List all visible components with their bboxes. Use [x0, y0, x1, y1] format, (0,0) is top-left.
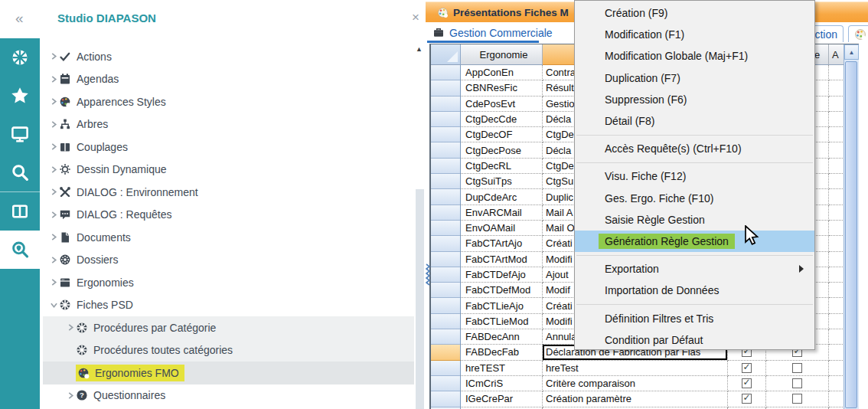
sidebar-item-actions[interactable]: Actions: [43, 45, 415, 68]
menu-item-duplication-f7[interactable]: Duplication (F7): [575, 67, 814, 89]
row-selector[interactable]: [431, 267, 461, 283]
chevron-right-icon[interactable]: [65, 324, 76, 331]
cell-designation[interactable]: Critère comparaison: [543, 376, 728, 391]
row-selector[interactable]: [431, 65, 461, 80]
sidebar-item-dessin-dynamique[interactable]: Dessin Dynamique: [43, 159, 415, 182]
cell-ergonomie[interactable]: DupCdeArc: [461, 189, 543, 204]
scroll-up-icon[interactable]: ▲: [844, 44, 859, 60]
cell-ergonomie[interactable]: IGeCrePar: [461, 391, 543, 407]
row-selector[interactable]: [431, 314, 461, 329]
tree-scrollbar[interactable]: ▲: [414, 42, 426, 409]
cell-check2[interactable]: [766, 376, 829, 391]
chevron-right-icon[interactable]: [48, 279, 59, 286]
cell-ergonomie[interactable]: EnvOAMail: [461, 221, 543, 236]
row-selector[interactable]: [431, 283, 461, 298]
cell-last[interactable]: [829, 283, 844, 298]
row-selector[interactable]: [431, 298, 461, 313]
row-selector[interactable]: [431, 189, 461, 204]
cell-ergonomie[interactable]: CtgSuiTps: [461, 174, 543, 189]
checkbox-checked[interactable]: [742, 378, 752, 388]
row-selector[interactable]: [431, 361, 461, 376]
grid-vertical-scrollbar[interactable]: ▲: [844, 44, 859, 409]
menu-item-modification-f1[interactable]: Modification (F1): [575, 24, 814, 45]
cell-last[interactable]: [829, 376, 844, 391]
row-selector[interactable]: [431, 112, 461, 127]
menu-item-creation-f9[interactable]: Création (F9): [575, 2, 814, 24]
cell-ergonomie[interactable]: CtgDecOF: [461, 127, 543, 142]
cell-ergonomie[interactable]: EnvARCMail: [461, 205, 543, 221]
row-selector[interactable]: [431, 252, 461, 267]
chevron-right-icon[interactable]: [48, 121, 59, 128]
menu-item-visu-fiche-f12[interactable]: Visu. Fiche (F12): [575, 165, 814, 187]
cell-ergonomie[interactable]: ICmCriS: [461, 376, 543, 391]
activity-pinwheel-button[interactable]: [0, 38, 40, 77]
cell-ergonomie[interactable]: FabCTArtAjo: [461, 236, 543, 251]
cell-ergonomie[interactable]: CtgDecRL: [461, 159, 543, 174]
row-selector[interactable]: [431, 159, 461, 174]
sidebar-item-arbres[interactable]: Arbres: [43, 113, 415, 136]
cell-last[interactable]: [829, 142, 844, 158]
menu-item-saisie-regle-gestion[interactable]: Saisie Règle Gestion: [575, 209, 814, 231]
menu-item-detail-f8[interactable]: Détail (F8): [575, 110, 814, 132]
activity-split-view-button[interactable]: [0, 191, 40, 231]
cell-ergonomie[interactable]: FABDecFab: [461, 345, 543, 360]
cell-last[interactable]: [829, 236, 844, 251]
cell-last[interactable]: [829, 80, 844, 96]
sidebar-item-procedures-toutes-categories[interactable]: Procédures toutes catégories: [43, 339, 415, 362]
row-selector[interactable]: [431, 142, 461, 158]
cell-last[interactable]: [829, 267, 844, 283]
checkbox-checked[interactable]: [742, 394, 752, 404]
sidebar-item-dossiers[interactable]: Dossiers: [43, 249, 415, 272]
column-header-a[interactable]: A: [829, 44, 844, 65]
sidebar-item-fiches-psd[interactable]: Fiches PSD: [43, 294, 415, 317]
cell-ergonomie[interactable]: FabCTArtMod: [461, 252, 543, 267]
row-selector[interactable]: [431, 205, 461, 221]
cell-last[interactable]: [829, 127, 844, 142]
menu-item-condition-par-defaut[interactable]: Condition par Défaut: [575, 329, 814, 351]
cell-last[interactable]: [829, 65, 844, 80]
cell-last[interactable]: [829, 314, 844, 329]
row-selector[interactable]: [431, 97, 461, 112]
row-selector[interactable]: [431, 391, 461, 407]
row-selector[interactable]: [431, 127, 461, 142]
cell-ergonomie[interactable]: CBNResFic: [461, 80, 543, 96]
checkbox-checked[interactable]: [742, 363, 752, 373]
cell-check2[interactable]: [766, 391, 829, 407]
cell-ergonomie[interactable]: AppConEn: [461, 65, 543, 80]
grid-select-all-corner[interactable]: [431, 44, 461, 65]
chevron-right-icon[interactable]: [48, 143, 59, 150]
cell-ergonomie[interactable]: FabCTLieMod: [461, 314, 543, 329]
sidebar-item-procedures-par-categorie[interactable]: Procédures par Catégorie: [43, 316, 415, 339]
chevron-down-icon[interactable]: [48, 302, 59, 309]
cell-last[interactable]: [829, 298, 844, 313]
activity-monitor-button[interactable]: [0, 115, 40, 153]
cell-ergonomie[interactable]: FabCTDefAjo: [461, 267, 543, 283]
checkbox[interactable]: [792, 363, 802, 373]
menu-item-acces-requete-s-ctrl-f10[interactable]: Accès Requête(s) (Ctrl+F10): [575, 138, 814, 159]
tab-gestion-commerciale[interactable]: Gestion Commerciale: [432, 24, 553, 41]
cell-check1[interactable]: [728, 361, 766, 376]
activity-star-button[interactable]: [0, 77, 40, 115]
menu-item-exportation[interactable]: Exportation: [575, 258, 814, 280]
menu-item-suppression-f6[interactable]: Suppression (F6): [575, 89, 814, 110]
row-selector[interactable]: [431, 376, 461, 391]
sidebar-item-dialog-environnement[interactable]: DIALOG : Environnement: [43, 181, 415, 204]
row-selector[interactable]: [431, 345, 461, 360]
cell-check1[interactable]: [728, 391, 766, 407]
grid-scrollbar-thumb[interactable]: [845, 61, 857, 408]
chevron-right-icon[interactable]: [48, 234, 59, 240]
menu-item-importation-de-donnees[interactable]: Importation de Données: [575, 280, 814, 301]
menu-item-definition-filtres-et-tris[interactable]: Définition Filtres et Tris: [575, 307, 814, 329]
cell-ergonomie[interactable]: CdePosEvt: [461, 97, 543, 112]
cell-check1[interactable]: [728, 376, 766, 391]
sidebar-item-agendas[interactable]: Agendas: [43, 68, 415, 91]
sidebar-item-couplages[interactable]: Couplages: [43, 136, 415, 159]
row-selector[interactable]: [431, 329, 461, 345]
tab-palette[interactable]: [848, 25, 868, 42]
activity-search-pin-button[interactable]: [0, 231, 40, 269]
chevron-right-icon[interactable]: [48, 53, 59, 60]
chevron-right-icon[interactable]: [48, 257, 59, 263]
menu-item-ges-ergo-fiche-f10[interactable]: Ges. Ergo. Fiche (F10): [575, 188, 814, 209]
chevron-right-icon[interactable]: [48, 188, 59, 195]
cell-ergonomie[interactable]: FabCTLieAjo: [461, 298, 543, 313]
